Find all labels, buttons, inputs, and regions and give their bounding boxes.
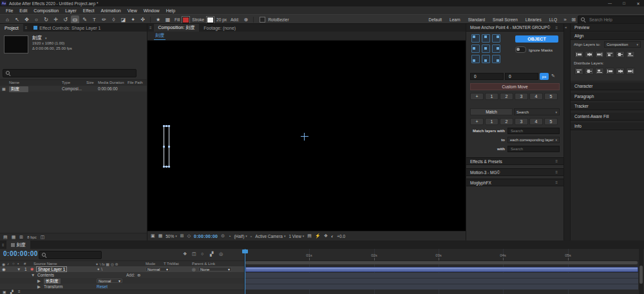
mode-column[interactable]: Mode xyxy=(146,262,155,266)
menu-window[interactable]: Window xyxy=(140,8,163,13)
motion3-panel-header[interactable]: Motion-3 - MG© ≡ xyxy=(466,168,564,176)
tab-footage[interactable]: Footage: (none) xyxy=(199,24,240,32)
object-mode-button[interactable]: OBJECT xyxy=(515,35,558,43)
source-name-column[interactable]: Source Name xyxy=(33,262,57,266)
panel-menu-icon[interactable]: ≡ xyxy=(553,170,560,174)
with-search-field[interactable] xyxy=(507,146,560,152)
playhead-line[interactable] xyxy=(245,249,245,294)
comp-current-time[interactable]: 0:00:00:00 xyxy=(194,234,218,239)
panel-menu-icon[interactable]: ≡ xyxy=(147,24,154,32)
fill-color-swatch[interactable] xyxy=(182,17,189,23)
transform-row[interactable]: ▶ Transform Reset xyxy=(0,284,244,290)
menu-composition[interactable]: Composition xyxy=(30,8,62,13)
column-size[interactable]: Size xyxy=(86,81,94,84)
frame-blending-icon[interactable]: ▞ xyxy=(210,251,213,257)
project-search-input[interactable] xyxy=(13,70,133,76)
reset-exposure-icon[interactable]: ◐ xyxy=(331,234,334,239)
timeline-tab[interactable]: 刻度 xyxy=(6,240,30,249)
menu-help[interactable]: Help xyxy=(163,8,178,13)
scrollbar-thumb[interactable] xyxy=(639,266,643,284)
anchor-x-field[interactable] xyxy=(470,73,504,80)
tracker-panel-header[interactable]: Tracker xyxy=(571,103,644,110)
match-2-button[interactable]: 2 xyxy=(500,118,513,125)
time-ruler[interactable]: 01s 02s 03s 04s 05s xyxy=(244,249,639,261)
workspace-default[interactable]: Default xyxy=(424,17,446,22)
menu-file[interactable]: File xyxy=(3,8,16,13)
info-panel-header[interactable]: Info xyxy=(571,122,644,130)
grid-options-icon[interactable]: ⊞ xyxy=(180,233,184,239)
anchor-bottom-left-button[interactable] xyxy=(471,55,480,63)
selection-tool-icon[interactable]: ↖ xyxy=(13,15,21,24)
delete-item-icon[interactable]: ◫ xyxy=(41,235,45,240)
anchor-bottom-right-button[interactable] xyxy=(492,55,500,63)
project-bit-depth[interactable]: 8 bpc xyxy=(27,235,37,239)
quick-5-button[interactable]: 5 xyxy=(544,93,558,100)
workspace-learn[interactable]: Learn xyxy=(446,17,464,22)
selection-handle[interactable] xyxy=(163,166,165,168)
layer-mode-dropdown[interactable]: Normal ▾ xyxy=(146,267,170,271)
type-tool-icon[interactable]: T xyxy=(90,15,99,24)
help-search-box[interactable] xyxy=(578,15,644,24)
menu-edit[interactable]: Edit xyxy=(16,8,30,13)
match-4-button[interactable]: 4 xyxy=(529,118,543,125)
anchor-y-field[interactable] xyxy=(505,73,538,80)
workspace-libraries[interactable]: Libraries xyxy=(522,17,545,22)
expand-layer-switches-icon[interactable]: ▣ xyxy=(3,289,6,294)
anchor-center-left-button[interactable] xyxy=(471,44,480,53)
orbit-camera-tool-icon[interactable]: ↻ xyxy=(42,15,50,24)
rotobezier-checkbox[interactable] xyxy=(260,17,265,23)
match-layers-search-input[interactable] xyxy=(509,128,558,133)
with-search-input[interactable] xyxy=(509,146,558,152)
project-search-box[interactable] xyxy=(3,69,137,77)
view-layout-dropdown[interactable]: 1 View ▾ xyxy=(289,234,304,239)
new-folder-icon[interactable]: ▦ xyxy=(12,235,16,240)
show-channel-icon[interactable]: ◔ xyxy=(228,234,231,239)
preview-panel-header[interactable]: Preview xyxy=(571,24,644,32)
align-h-center-button[interactable] xyxy=(585,51,594,58)
moglyphfx-panel-header[interactable]: MoglyphFX ≡ xyxy=(466,179,564,186)
hide-shy-layers-icon[interactable]: ○ xyxy=(201,251,204,256)
distribute-top-button[interactable] xyxy=(574,68,583,75)
collapse-dock-icon[interactable]: « xyxy=(565,25,567,29)
paragraph-panel-header[interactable]: Paragraph xyxy=(571,93,644,101)
match-3-button[interactable]: 3 xyxy=(515,118,528,125)
align-left-button[interactable] xyxy=(574,51,583,58)
hand-tool-icon[interactable]: ✥ xyxy=(23,15,31,24)
contents-twirl-icon[interactable]: ▼ xyxy=(31,273,35,277)
panel-menu-icon[interactable]: ≡ xyxy=(553,159,560,163)
dock-collapse-strip[interactable]: « xyxy=(564,24,570,240)
shape-layer-outline[interactable] xyxy=(164,126,169,167)
layer-switches[interactable]: ✦ \ xyxy=(97,267,102,272)
viewer-lock-icon[interactable]: ▣ xyxy=(151,233,155,239)
interpret-footage-icon[interactable]: ▤ xyxy=(3,235,8,240)
project-row-name[interactable]: 刻度 xyxy=(9,86,28,92)
transparency-grid-icon[interactable]: ▦ xyxy=(158,233,163,239)
timeline-search-input[interactable] xyxy=(49,252,99,258)
selection-handle[interactable] xyxy=(168,166,170,168)
distribute-bottom-button[interactable] xyxy=(595,68,604,75)
quick-2-button[interactable]: 2 xyxy=(500,93,513,100)
distribute-left-button[interactable] xyxy=(605,68,614,75)
column-name[interactable]: Name xyxy=(9,81,19,84)
anchor-center-right-button[interactable] xyxy=(492,44,500,53)
ignore-masks-toggle[interactable] xyxy=(515,46,526,53)
resolution-dropdown[interactable]: (Half) ▾ xyxy=(234,234,247,239)
comp-flowchart-icon[interactable]: ❖ xyxy=(324,233,328,239)
layer-duration-bar[interactable] xyxy=(245,267,638,272)
align-panel-header[interactable]: Align xyxy=(571,32,644,40)
layer-name[interactable]: Shape Layer 1 xyxy=(36,266,67,272)
match-tab[interactable]: Match xyxy=(470,108,513,115)
distribute-h-center-button[interactable] xyxy=(616,68,625,75)
group-mode-dropdown[interactable]: Normal ▾ xyxy=(97,279,122,283)
puppet-pin-tool-icon[interactable]: ✜ xyxy=(138,15,147,24)
tool-creates-shape-icon[interactable]: ★ xyxy=(154,15,162,24)
exposure-value[interactable]: +0.0 xyxy=(337,234,345,239)
match-1-button[interactable]: 1 xyxy=(485,118,498,125)
parent-pickwhip-icon[interactable]: ◎ xyxy=(192,267,196,272)
anchor-center-button[interactable] xyxy=(482,44,490,53)
pen-tool-icon[interactable]: ✎ xyxy=(80,15,89,24)
playhead-handle[interactable] xyxy=(242,250,248,253)
workspace-grid-icon[interactable]: ⊞ xyxy=(569,15,578,24)
rectangle-tool-icon[interactable]: ▭ xyxy=(71,15,79,24)
mask-visibility-icon[interactable]: ◇ xyxy=(187,233,191,239)
